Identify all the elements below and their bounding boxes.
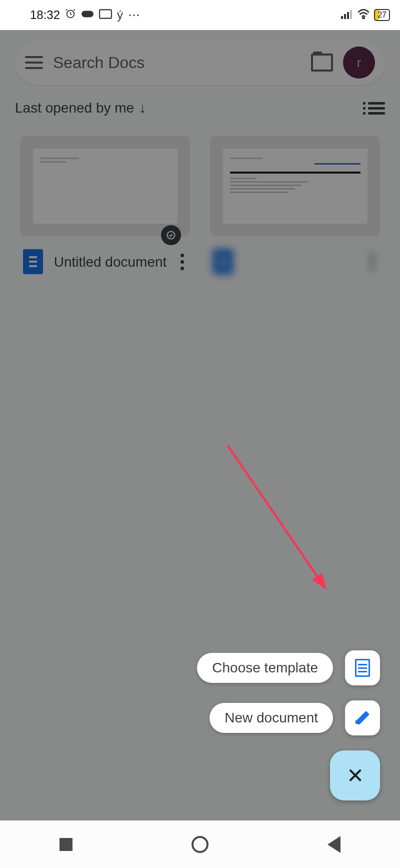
alarm-icon <box>65 8 76 22</box>
battery-percent: 27 <box>378 11 386 20</box>
fab-menu: Choose template New document ✕ <box>197 650 380 800</box>
choose-template-row: Choose template <box>197 650 380 685</box>
signal-icon <box>341 8 353 22</box>
annotation-arrow <box>228 445 338 607</box>
svg-line-9 <box>228 445 325 588</box>
svg-rect-3 <box>341 16 343 19</box>
gamepad-icon <box>81 8 94 22</box>
battery-icon: 27 <box>374 9 390 21</box>
new-document-label[interactable]: New document <box>210 703 333 733</box>
template-icon <box>355 659 370 677</box>
new-document-button[interactable] <box>345 700 380 735</box>
status-time: 18:32 <box>30 8 60 22</box>
y-icon: ý <box>117 8 123 22</box>
cast-icon <box>99 8 112 22</box>
navigation-bar <box>0 820 400 868</box>
app-surface: Search Docs r Last opened by me ↓ <box>0 30 400 820</box>
choose-template-label[interactable]: Choose template <box>197 653 333 683</box>
choose-template-button[interactable] <box>345 650 380 685</box>
fab-close-button[interactable]: ✕ <box>330 750 380 800</box>
more-icon: ⋯ <box>128 8 141 22</box>
svg-rect-5 <box>347 12 349 19</box>
status-bar: 18:32 ý ⋯ 27 <box>0 0 400 30</box>
new-document-row: New document <box>210 700 380 735</box>
svg-rect-4 <box>344 14 346 19</box>
nav-recents-button[interactable] <box>60 838 72 851</box>
pencil-icon <box>354 709 371 726</box>
svg-rect-2 <box>100 10 112 18</box>
status-right: 27 <box>341 8 390 22</box>
nav-back-button[interactable] <box>328 836 340 853</box>
nav-home-button[interactable] <box>192 836 208 853</box>
svg-rect-6 <box>350 10 352 19</box>
svg-point-7 <box>363 18 364 19</box>
wifi-icon <box>357 8 370 22</box>
svg-rect-1 <box>82 11 94 18</box>
status-left: 18:32 ý ⋯ <box>30 8 141 22</box>
close-icon: ✕ <box>346 763 364 788</box>
